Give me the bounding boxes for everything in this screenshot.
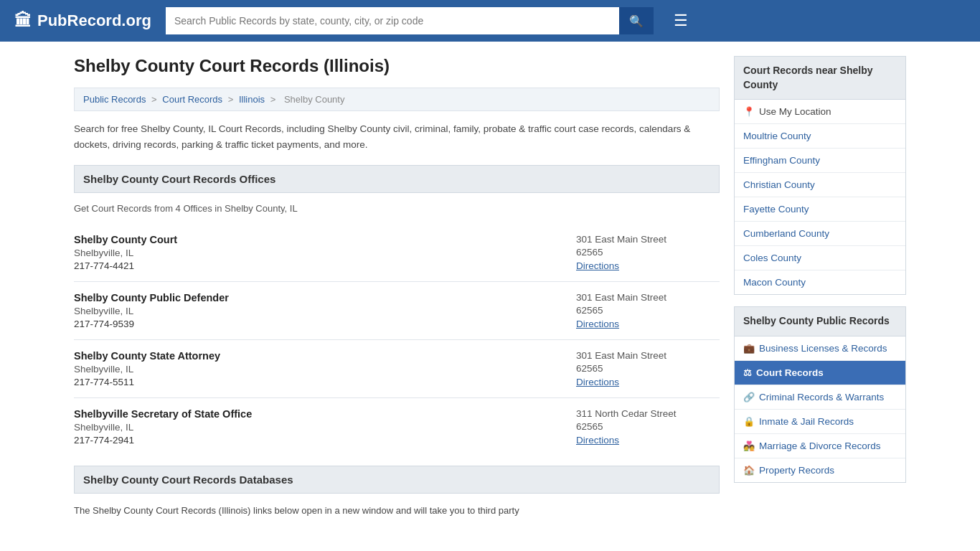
- sidebar-public-records-header: Shelby County Public Records: [734, 306, 906, 336]
- marriage-icon: 💑: [743, 441, 755, 451]
- menu-button[interactable]: ☰: [674, 11, 688, 30]
- sidebar: Court Records near Shelby County 📍 Use M…: [734, 56, 906, 519]
- sidebar-nearby-header: Court Records near Shelby County: [734, 56, 906, 100]
- directions-link-3[interactable]: Directions: [576, 377, 619, 387]
- breadcrumb-public-records[interactable]: Public Records: [83, 94, 146, 105]
- offices-list: Shelby County Court Shelbyville, IL 217-…: [74, 224, 720, 456]
- office-left-3: Shelby County State Attorney Shelbyville…: [74, 350, 220, 387]
- court-icon: ⚖: [743, 367, 752, 378]
- sidebar-item-cumberland[interactable]: Cumberland County: [735, 222, 905, 246]
- sidebar-item-moultrie[interactable]: Moultrie County: [735, 124, 905, 149]
- sidebar-item-effingham[interactable]: Effingham County: [735, 149, 905, 173]
- office-left-4: Shelbyville Secretary of State Office Sh…: [74, 408, 252, 446]
- sidebar-item-property-label: Property Records: [759, 465, 834, 476]
- office-phone-4: 217-774-2941: [74, 435, 252, 446]
- office-address-1: 301 East Main Street: [576, 234, 720, 245]
- office-name-4: Shelbyville Secretary of State Office: [74, 408, 252, 420]
- sidebar-item-coles[interactable]: Coles County: [735, 246, 905, 270]
- office-address-4: 311 North Cedar Street: [576, 408, 720, 419]
- databases-text: The Shelby County Court Records (Illinoi…: [74, 504, 720, 519]
- sidebar-item-coles-label: Coles County: [743, 253, 801, 263]
- logo[interactable]: 🏛 PubRecord.org: [14, 11, 151, 31]
- offices-sub-text: Get Court Records from 4 Offices in Shel…: [74, 203, 720, 214]
- office-zip-1: 62565: [576, 247, 720, 258]
- office-zip-3: 62565: [576, 363, 720, 374]
- sidebar-item-marriage-records[interactable]: 💑 Marriage & Divorce Records: [735, 434, 905, 458]
- sidebar-item-court-label: Court Records: [756, 367, 824, 378]
- office-name-3: Shelby County State Attorney: [74, 350, 220, 362]
- description-text: Search for free Shelby County, IL Court …: [74, 121, 720, 152]
- logo-icon: 🏛: [14, 11, 32, 31]
- breadcrumb-illinois[interactable]: Illinois: [239, 94, 265, 105]
- breadcrumb-sep-2: >: [228, 94, 236, 105]
- office-entry-1: Shelby County Court Shelbyville, IL 217-…: [74, 224, 720, 282]
- header: 🏛 PubRecord.org 🔍 ☰: [0, 0, 980, 42]
- databases-block: The Shelby County Court Records (Illinoi…: [74, 504, 720, 519]
- office-left-1: Shelby County Court Shelbyville, IL 217-…: [74, 234, 177, 271]
- sidebar-item-use-my-location[interactable]: 📍 Use My Location: [735, 100, 905, 124]
- office-city-3: Shelbyville, IL: [74, 364, 220, 375]
- inmate-icon: 🔒: [743, 416, 755, 427]
- office-city-1: Shelbyville, IL: [74, 248, 177, 258]
- offices-section-header: Shelby County Court Records Offices: [74, 165, 720, 193]
- office-phone-2: 217-774-9539: [74, 319, 229, 329]
- sidebar-item-criminal-records[interactable]: 🔗 Criminal Records & Warrants: [735, 385, 905, 410]
- menu-icon: ☰: [674, 11, 688, 29]
- sidebar-item-property-records[interactable]: 🏠 Property Records: [735, 458, 905, 482]
- office-address-2: 301 East Main Street: [576, 292, 720, 303]
- breadcrumb: Public Records > Court Records > Illinoi…: [74, 88, 720, 111]
- office-entry-2: Shelby County Public Defender Shelbyvill…: [74, 282, 720, 340]
- breadcrumb-court-records[interactable]: Court Records: [162, 94, 222, 105]
- sidebar-item-court-records[interactable]: ⚖ Court Records: [735, 361, 905, 385]
- office-entry-4: Shelbyville Secretary of State Office Sh…: [74, 398, 720, 456]
- sidebar-item-business-label: Business Licenses & Records: [759, 343, 887, 354]
- sidebar-item-fayette-label: Fayette County: [743, 204, 809, 215]
- breadcrumb-sep-3: >: [270, 94, 278, 105]
- sidebar-item-inmate-records[interactable]: 🔒 Inmate & Jail Records: [735, 410, 905, 434]
- office-name-2: Shelby County Public Defender: [74, 292, 229, 303]
- sidebar-item-macon-label: Macon County: [743, 277, 806, 288]
- property-icon: 🏠: [743, 465, 755, 476]
- criminal-icon: 🔗: [743, 392, 755, 402]
- search-input[interactable]: [166, 7, 619, 34]
- sidebar-item-effingham-label: Effingham County: [743, 155, 820, 166]
- sidebar-item-moultrie-label: Moultrie County: [743, 131, 811, 141]
- main-content: Shelby County Court Records (Illinois) P…: [74, 56, 720, 519]
- sidebar-public-records-list: 💼 Business Licenses & Records ⚖ Court Re…: [734, 336, 906, 483]
- office-left-2: Shelby County Public Defender Shelbyvill…: [74, 292, 229, 329]
- directions-link-2[interactable]: Directions: [576, 319, 619, 329]
- directions-link-4[interactable]: Directions: [576, 435, 619, 446]
- databases-section-header: Shelby County Court Records Databases: [74, 466, 720, 494]
- directions-link-1[interactable]: Directions: [576, 260, 619, 271]
- office-zip-4: 62565: [576, 421, 720, 432]
- sidebar-item-location-label: Use My Location: [759, 106, 831, 117]
- breadcrumb-sep-1: >: [151, 94, 159, 105]
- office-city-2: Shelbyville, IL: [74, 306, 229, 316]
- sidebar-item-christian[interactable]: Christian County: [735, 173, 905, 197]
- search-area: 🔍: [166, 7, 654, 34]
- search-icon: 🔍: [629, 15, 644, 27]
- sidebar-item-fayette[interactable]: Fayette County: [735, 197, 905, 222]
- office-name-1: Shelby County Court: [74, 234, 177, 245]
- office-zip-2: 62565: [576, 305, 720, 316]
- sidebar-item-christian-label: Christian County: [743, 179, 815, 190]
- sidebar-item-criminal-label: Criminal Records & Warrants: [759, 392, 884, 402]
- sidebar-item-marriage-label: Marriage & Divorce Records: [759, 441, 881, 451]
- breadcrumb-shelby: Shelby County: [284, 94, 345, 105]
- office-address-3: 301 East Main Street: [576, 350, 720, 361]
- sidebar-item-business-licenses[interactable]: 💼 Business Licenses & Records: [735, 336, 905, 361]
- page-content: Shelby County Court Records (Illinois) P…: [60, 42, 920, 533]
- sidebar-item-macon[interactable]: Macon County: [735, 270, 905, 294]
- office-right-3: 301 East Main Street 62565 Directions: [576, 350, 720, 387]
- sidebar-nearby-list: 📍 Use My Location Moultrie County Effing…: [734, 100, 906, 295]
- search-button[interactable]: 🔍: [619, 7, 654, 34]
- sidebar-item-inmate-label: Inmate & Jail Records: [759, 416, 854, 427]
- office-right-2: 301 East Main Street 62565 Directions: [576, 292, 720, 329]
- office-right-4: 311 North Cedar Street 62565 Directions: [576, 408, 720, 446]
- location-icon: 📍: [743, 106, 755, 117]
- sidebar-item-cumberland-label: Cumberland County: [743, 228, 829, 239]
- office-phone-1: 217-774-4421: [74, 260, 177, 271]
- logo-text: PubRecord.org: [37, 11, 151, 30]
- office-entry-3: Shelby County State Attorney Shelbyville…: [74, 340, 720, 398]
- business-icon: 💼: [743, 343, 755, 354]
